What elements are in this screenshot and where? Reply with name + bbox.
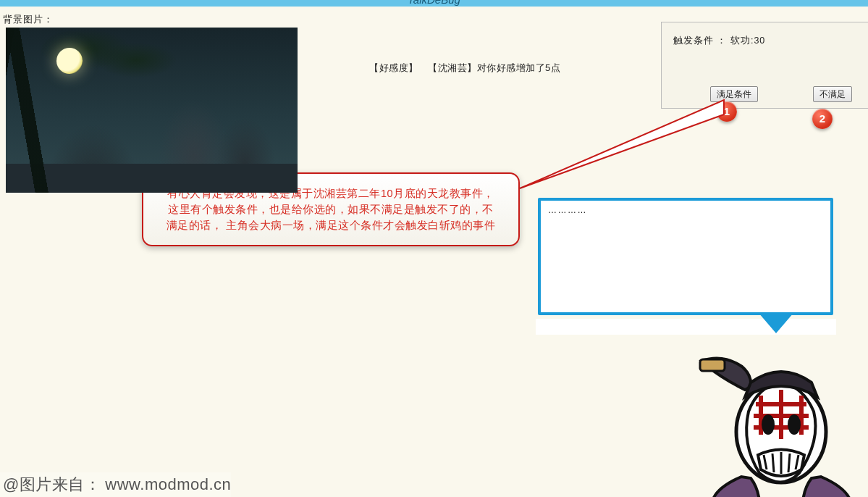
background-image-preview[interactable] (6, 28, 298, 193)
trigger-condition-panel: 触发条件 ： 软功:30 满足条件 不满足 (661, 22, 868, 109)
dialog-tail-icon (759, 313, 793, 333)
svg-marker-0 (520, 100, 724, 188)
scene-tree (6, 28, 194, 193)
scene-moon (56, 48, 83, 74)
callout-pointer-line (507, 94, 738, 210)
watermark-prefix: @图片来自： (3, 474, 101, 496)
background-image-label: 背景图片： (3, 13, 54, 26)
title-bar: TalkDeBug (0, 0, 868, 7)
unsatisfy-condition-button[interactable]: 不满足 (813, 86, 852, 102)
affection-notice-text: 【好感度】 【沈湘芸】对你好感增加了5点 (369, 62, 560, 75)
annotation-badge-1: 1 (717, 101, 737, 122)
callout-line-3: 满足的话， 主角会大病一场，满足这个条件才会触发白斩鸡的事件 (159, 217, 502, 233)
image-source-watermark: @图片来自： www.modmod.cn (0, 472, 231, 497)
svg-point-2 (762, 414, 775, 435)
annotation-badge-2: 2 (812, 109, 833, 129)
character-avatar (673, 346, 865, 497)
dialog-text: ………… (548, 205, 823, 215)
dialog-speech-box[interactable]: ………… (538, 198, 833, 315)
svg-rect-4 (700, 359, 725, 371)
callout-line-2: 这里有个触发条件，也是给你选的，如果不满足是触发不了的，不 (159, 201, 502, 217)
trigger-condition-text: 触发条件 ： 软功:30 (673, 35, 765, 47)
satisfy-condition-button[interactable]: 满足条件 (710, 86, 758, 102)
svg-point-3 (788, 414, 801, 435)
watermark-url: www.modmod.cn (105, 475, 231, 494)
